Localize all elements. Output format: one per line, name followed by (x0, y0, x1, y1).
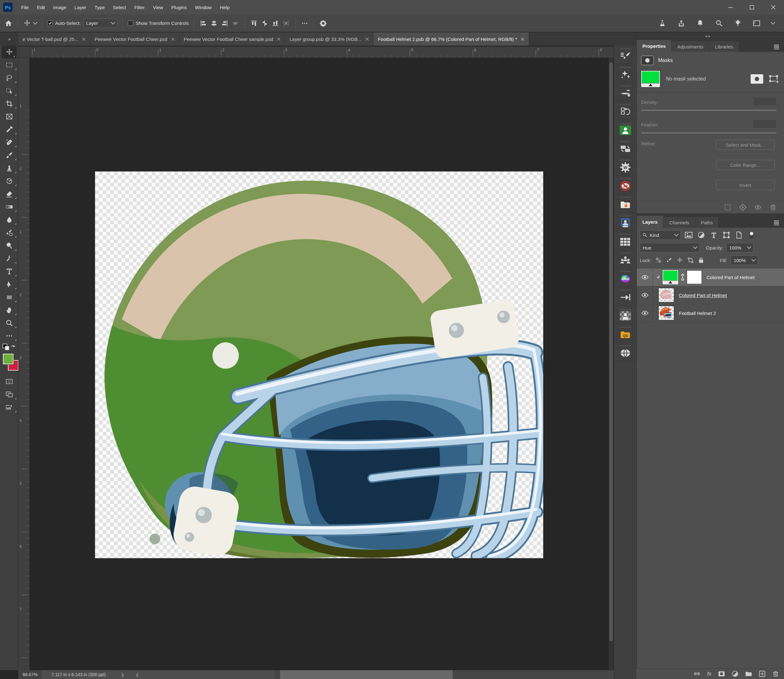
document-tab-active[interactable]: Football Helmet 2.psb @ 66.7% (Colored P… (374, 33, 529, 45)
align-center-horizontal-icon[interactable] (210, 19, 218, 27)
mixer-brush-tool[interactable] (0, 226, 18, 239)
show-transform-checkbox[interactable] (128, 20, 133, 26)
gear-icon[interactable] (319, 19, 327, 27)
gear-w-icon[interactable]: W (614, 157, 637, 175)
search-icon[interactable] (715, 19, 723, 27)
fill-layer-thumbnail[interactable] (641, 71, 660, 87)
menu-help[interactable]: Help (216, 0, 234, 14)
brush-presets-icon[interactable] (614, 45, 637, 64)
layer-name[interactable]: Colored Part of Helmet (679, 293, 727, 298)
clone-stamp-tool[interactable] (0, 162, 18, 175)
more-options-icon[interactable] (300, 19, 309, 27)
mask-link-icon[interactable] (680, 273, 685, 281)
align-top-icon[interactable] (250, 19, 258, 27)
shape-filter-icon[interactable] (722, 231, 731, 239)
brush-pair-icon[interactable] (614, 83, 637, 101)
path-selection-tool[interactable] (0, 278, 18, 291)
menu-view[interactable]: View (149, 0, 167, 14)
default-colors-widget[interactable] (0, 342, 18, 352)
object-selection-tool[interactable] (0, 84, 18, 97)
eyedropper-tool[interactable] (0, 123, 18, 136)
auto-select-checkbox[interactable] (47, 20, 53, 26)
crop-tool[interactable] (0, 97, 18, 110)
lock-pixels-icon[interactable] (666, 257, 673, 263)
close-button[interactable] (763, 0, 784, 14)
horizontal-scrollbar[interactable] (274, 670, 614, 679)
lock-transparency-icon[interactable] (655, 257, 662, 263)
filter-toggle-icon[interactable] (747, 231, 756, 239)
qs-folder-icon[interactable]: QS (614, 324, 637, 343)
lasso-tool[interactable] (0, 72, 18, 84)
fill-layer-thumbnail[interactable] (662, 270, 678, 285)
link-layers-icon[interactable] (694, 671, 700, 677)
menu-plugins[interactable]: Plugins (167, 0, 191, 14)
panel-collapse-icon[interactable]: « » (637, 33, 784, 39)
flask-icon[interactable] (658, 19, 666, 27)
toolbar-collapse-icon[interactable]: » (0, 33, 18, 45)
capture-extension-icon[interactable] (0, 401, 18, 414)
fx-icon[interactable]: fx (707, 671, 711, 677)
tab-layers[interactable]: Layers (637, 216, 664, 228)
menu-file[interactable]: File (17, 0, 33, 14)
screen-mode-button[interactable] (0, 388, 18, 401)
green-portrait-icon[interactable] (614, 120, 637, 138)
menu-type[interactable]: Type (90, 0, 109, 14)
opacity-dropdown[interactable]: 100% (726, 243, 753, 252)
layer-mask-badge-icon[interactable] (751, 74, 763, 84)
close-icon[interactable] (82, 38, 86, 41)
document-tab[interactable]: e Vector T-ball.psd @ 25... (18, 33, 90, 45)
chevron-down-icon[interactable] (771, 20, 775, 25)
history-brush-tool[interactable] (0, 175, 18, 188)
menu-filter[interactable]: Filter (130, 0, 149, 14)
flame-folder-icon[interactable] (614, 194, 637, 213)
move-tool[interactable] (2, 45, 17, 58)
new-layer-icon[interactable] (759, 671, 765, 677)
visibility-toggle[interactable] (637, 304, 653, 322)
menu-edit[interactable]: Edit (33, 0, 49, 14)
add-mask-icon[interactable] (718, 671, 725, 677)
dodge-tool[interactable] (0, 239, 18, 252)
close-icon[interactable] (171, 38, 175, 41)
document-tab[interactable]: Peewee Vector Football Cheer sample.psd (179, 33, 285, 45)
eraser-tool[interactable] (0, 188, 18, 200)
sphere-wireframe-icon[interactable] (614, 343, 637, 361)
document-canvas[interactable] (95, 172, 543, 558)
layer-name[interactable]: Football Helmet 2 (679, 311, 716, 316)
lock-position-icon[interactable] (676, 257, 683, 263)
portrait-frame-icon[interactable] (614, 213, 637, 231)
align-right-icon[interactable] (221, 19, 229, 27)
menu-window[interactable]: Window (191, 0, 216, 14)
pen-tool[interactable] (0, 252, 18, 265)
share-icon[interactable] (677, 19, 685, 27)
edit-toolbar-icon[interactable] (0, 329, 18, 342)
horizontal-ruler[interactable]: 1 0 1 2 3 4 5 6 7 8 (30, 47, 614, 58)
status-chevron-left-icon[interactable]: ❮ (130, 673, 145, 677)
chevron-down-icon[interactable] (33, 20, 38, 25)
blur-tool[interactable] (0, 213, 18, 226)
zoom-level-field[interactable]: 66.67% (18, 670, 42, 679)
layer-name[interactable]: Colored Part of Helmet (707, 275, 755, 280)
visibility-toggle[interactable] (637, 268, 653, 286)
spot-healing-brush-tool[interactable] (0, 136, 18, 149)
visibility-toggle[interactable] (637, 286, 653, 304)
type-tool[interactable] (0, 265, 18, 278)
magic-sparkle-icon[interactable] (614, 64, 637, 83)
smart-object-filter-icon[interactable] (734, 231, 744, 239)
canvas-area[interactable]: 1 0 1 2 3 4 5 6 7 8 1 0 1 2 3 4 5 6 7 (18, 45, 614, 670)
bell-icon[interactable] (696, 19, 704, 27)
foreground-color-swatch[interactable] (3, 354, 14, 365)
home-icon[interactable] (5, 19, 13, 27)
document-tab[interactable]: Layer group.psb @ 33.3% (RGB... (285, 33, 374, 45)
people-group-icon[interactable] (614, 250, 637, 268)
tab-channels[interactable]: Channels (664, 217, 695, 228)
adjustment-layer-icon[interactable] (732, 671, 739, 677)
menu-image[interactable]: Image (49, 0, 70, 14)
image-filter-icon[interactable] (684, 231, 693, 239)
rectangular-marquee-tool[interactable] (0, 58, 18, 72)
tab-properties[interactable]: Properties (637, 40, 671, 52)
filter-kind-dropdown[interactable]: Kind (640, 230, 681, 240)
rotate-layout-icon[interactable] (614, 138, 637, 157)
rectangle-tool[interactable] (0, 291, 18, 304)
panel-menu-icon[interactable] (773, 220, 784, 228)
menu-select[interactable]: Select (109, 0, 130, 14)
